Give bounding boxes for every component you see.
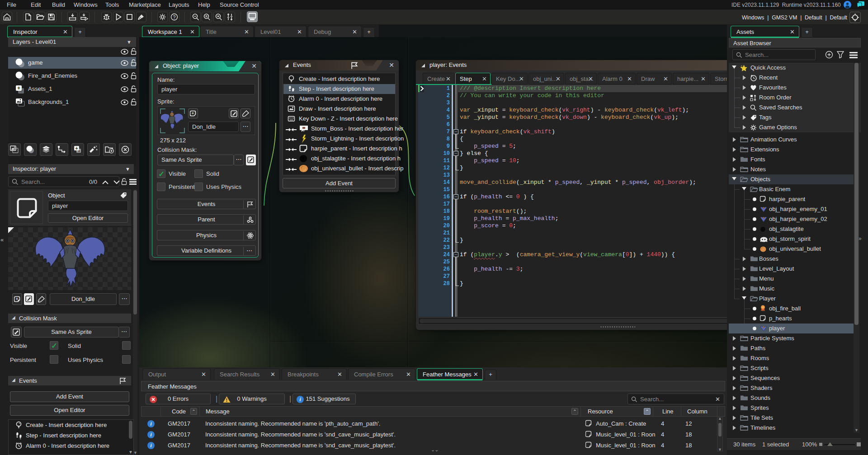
svg-text:+: +: [191, 111, 193, 116]
svg-text:+: +: [78, 149, 80, 154]
svg-text:+: +: [15, 297, 18, 301]
svg-text:?: ?: [173, 14, 176, 20]
svg-text:+: +: [17, 85, 20, 91]
